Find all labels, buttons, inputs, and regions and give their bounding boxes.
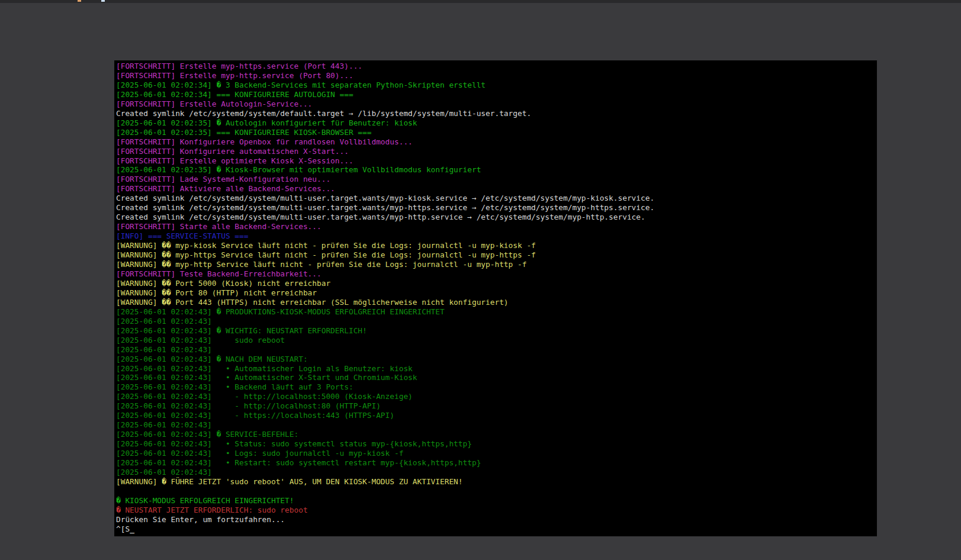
terminal-line: [2025-06-01 02:02:43] sudo reboot bbox=[116, 336, 877, 345]
terminal-line: ^[S_ bbox=[116, 524, 877, 534]
terminal-line: � NEUSTART JETZT ERFORDERLICH: sudo rebo… bbox=[116, 506, 877, 515]
terminal-line: [2025-06-01 02:02:43] • Logs: sudo journ… bbox=[116, 449, 877, 458]
terminal-line: [2025-06-01 02:02:43] • Status: sudo sys… bbox=[116, 439, 877, 449]
terminal-line: [FORTSCHRITT] Erstelle myp-http.service … bbox=[116, 71, 877, 81]
terminal-line: [FORTSCHRITT] Erstelle Autologin-Service… bbox=[116, 99, 877, 109]
terminal-line: [2025-06-01 02:02:43] • Restart: sudo sy… bbox=[116, 458, 877, 468]
terminal-line: Drücken Sie Enter, um fortzufahren... bbox=[116, 515, 877, 524]
terminal-line: [FORTSCHRITT] Erstelle myp-https.service… bbox=[116, 62, 877, 71]
terminal-line: [FORTSCHRITT] Lade Systemd-Konfiguration… bbox=[116, 175, 877, 184]
terminal-line: [WARNUNG] �� Port 5000 (Kiosk) nicht err… bbox=[116, 279, 877, 288]
terminal-line: [2025-06-01 02:02:43] - https://localhos… bbox=[116, 411, 877, 420]
terminal-line: [2025-06-01 02:02:43] • Automatischer X-… bbox=[116, 373, 877, 382]
terminal-line: [2025-06-01 02:02:43] • Backend läuft au… bbox=[116, 382, 877, 392]
terminal-line: [FORTSCHRITT] Konfiguriere Openbox für r… bbox=[116, 137, 877, 147]
terminal-line: [2025-06-01 02:02:43] - http://localhost… bbox=[116, 392, 877, 401]
terminal-line: [2025-06-01 02:02:43] bbox=[116, 317, 877, 326]
terminal-line: [WARNUNG] �� myp-https Service läuft nic… bbox=[116, 250, 877, 260]
terminal-output: [FORTSCHRITT] Erstelle myp-https.service… bbox=[114, 60, 877, 534]
terminal-line: [FORTSCHRITT] Starte alle Backend-Servic… bbox=[116, 222, 877, 231]
terminal-line: Created symlink /etc/systemd/system/mult… bbox=[116, 203, 877, 213]
terminal-line: [INFO] === SERVICE-STATUS === bbox=[116, 231, 877, 241]
terminal-line: [2025-06-01 02:02:43] � SERVICE-BEFEHLE: bbox=[116, 430, 877, 439]
terminal-line: [2025-06-01 02:02:35] � Kiosk-Browser mi… bbox=[116, 165, 877, 175]
terminal-line: [WARNUNG] �� Port 443 (HTTPS) nicht erre… bbox=[116, 298, 877, 307]
terminal-line bbox=[116, 487, 877, 496]
terminal-line: [FORTSCHRITT] Teste Backend-Erreichbarke… bbox=[116, 269, 877, 279]
terminal-window[interactable]: [FORTSCHRITT] Erstelle myp-https.service… bbox=[114, 60, 877, 536]
terminal-line: [2025-06-01 02:02:43] � PRODUKTIONS-KIOS… bbox=[116, 307, 877, 317]
terminal-line: [WARNUNG] �� myp-kiosk Service läuft nic… bbox=[116, 241, 877, 250]
terminal-line: [2025-06-01 02:02:43] • Automatischer Lo… bbox=[116, 364, 877, 374]
terminal-line: [2025-06-01 02:02:34] === KONFIGURIERE A… bbox=[116, 90, 877, 99]
terminal-line: [2025-06-01 02:02:43] bbox=[116, 468, 877, 477]
terminal-line: [2025-06-01 02:02:43] bbox=[116, 420, 877, 430]
terminal-line: [2025-06-01 02:02:43] - http://localhost… bbox=[116, 401, 877, 411]
terminal-line: [2025-06-01 02:02:35] === KONFIGURIERE K… bbox=[116, 128, 877, 137]
terminal-line: [2025-06-01 02:02:34] � 3 Backend-Servic… bbox=[116, 81, 877, 90]
terminal-line: [2025-06-01 02:02:43] � WICHTIG: NEUSTAR… bbox=[116, 326, 877, 336]
terminal-cursor: _ bbox=[130, 524, 134, 533]
terminal-line: [2025-06-01 02:02:43] bbox=[116, 345, 877, 355]
desktop-background: [FORTSCHRITT] Erstelle myp-https.service… bbox=[0, 3, 961, 560]
terminal-line: Created symlink /etc/systemd/system/mult… bbox=[116, 213, 877, 222]
terminal-line: � KIOSK-MODUS ERFOLGREICH EINGERICHTET! bbox=[116, 496, 877, 506]
screen-edge-artifact bbox=[101, 0, 105, 2]
terminal-line: [WARNUNG] �� Port 80 (HTTP) nicht erreic… bbox=[116, 288, 877, 298]
terminal-line: [FORTSCHRITT] Erstelle optimierte Kiosk … bbox=[116, 156, 877, 166]
terminal-line: Created symlink /etc/systemd/system/defa… bbox=[116, 109, 877, 118]
terminal-line: [FORTSCHRITT] Aktiviere alle Backend-Ser… bbox=[116, 184, 877, 194]
terminal-line: Created symlink /etc/systemd/system/mult… bbox=[116, 194, 877, 203]
terminal-line: [2025-06-01 02:02:43] � NACH DEM NEUSTAR… bbox=[116, 355, 877, 364]
terminal-line: [2025-06-01 02:02:35] � Autologin konfig… bbox=[116, 118, 877, 128]
terminal-line: [WARNUNG] � FÜHRE JETZT 'sudo reboot' AU… bbox=[116, 477, 877, 487]
terminal-line: [FORTSCHRITT] Konfiguriere automatischen… bbox=[116, 147, 877, 156]
screen-edge-artifact bbox=[78, 0, 81, 2]
terminal-line: [WARNUNG] �� myp-http Service läuft nich… bbox=[116, 260, 877, 269]
